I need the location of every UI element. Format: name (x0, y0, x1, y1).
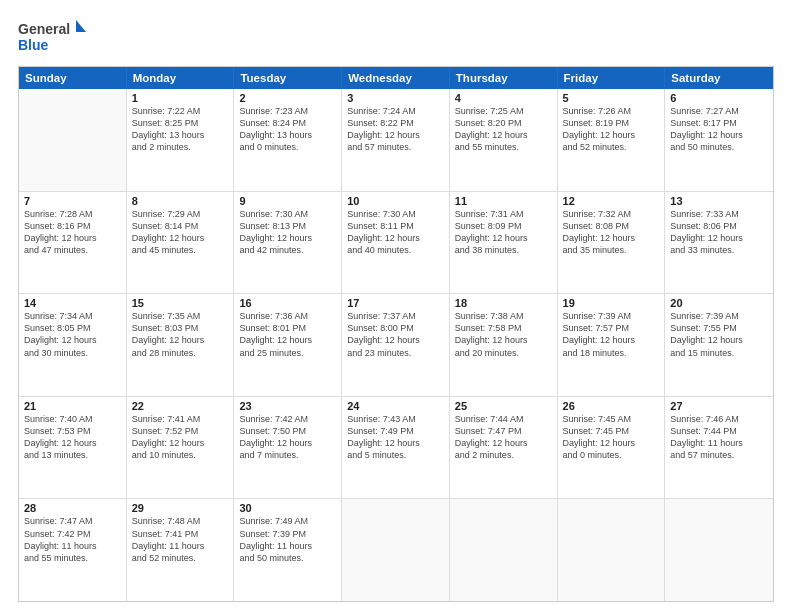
calendar-body: 1Sunrise: 7:22 AMSunset: 8:25 PMDaylight… (19, 89, 773, 601)
day-number: 15 (132, 297, 229, 309)
daylight-hours: Sunrise: 7:33 AMSunset: 8:06 PMDaylight:… (670, 208, 768, 257)
table-row: 1Sunrise: 7:22 AMSunset: 8:25 PMDaylight… (127, 89, 235, 191)
daylight-hours: Sunrise: 7:25 AMSunset: 8:20 PMDaylight:… (455, 105, 552, 154)
table-row: 12Sunrise: 7:32 AMSunset: 8:08 PMDayligh… (558, 192, 666, 294)
daylight-hours: Sunrise: 7:30 AMSunset: 8:13 PMDaylight:… (239, 208, 336, 257)
day-number: 5 (563, 92, 660, 104)
day-number: 3 (347, 92, 444, 104)
table-row: 17Sunrise: 7:37 AMSunset: 8:00 PMDayligh… (342, 294, 450, 396)
day-number: 27 (670, 400, 768, 412)
day-number: 9 (239, 195, 336, 207)
daylight-hours: Sunrise: 7:28 AMSunset: 8:16 PMDaylight:… (24, 208, 121, 257)
table-row: 6Sunrise: 7:27 AMSunset: 8:17 PMDaylight… (665, 89, 773, 191)
table-row: 11Sunrise: 7:31 AMSunset: 8:09 PMDayligh… (450, 192, 558, 294)
daylight-hours: Sunrise: 7:48 AMSunset: 7:41 PMDaylight:… (132, 515, 229, 564)
table-row (342, 499, 450, 601)
table-row: 18Sunrise: 7:38 AMSunset: 7:58 PMDayligh… (450, 294, 558, 396)
day-number: 30 (239, 502, 336, 514)
day-number: 14 (24, 297, 121, 309)
daylight-hours: Sunrise: 7:45 AMSunset: 7:45 PMDaylight:… (563, 413, 660, 462)
day-number: 13 (670, 195, 768, 207)
table-row: 7Sunrise: 7:28 AMSunset: 8:16 PMDaylight… (19, 192, 127, 294)
daylight-hours: Sunrise: 7:32 AMSunset: 8:08 PMDaylight:… (563, 208, 660, 257)
table-row: 8Sunrise: 7:29 AMSunset: 8:14 PMDaylight… (127, 192, 235, 294)
table-row: 29Sunrise: 7:48 AMSunset: 7:41 PMDayligh… (127, 499, 235, 601)
day-number: 19 (563, 297, 660, 309)
daylight-hours: Sunrise: 7:46 AMSunset: 7:44 PMDaylight:… (670, 413, 768, 462)
table-row: 27Sunrise: 7:46 AMSunset: 7:44 PMDayligh… (665, 397, 773, 499)
table-row: 28Sunrise: 7:47 AMSunset: 7:42 PMDayligh… (19, 499, 127, 601)
day-number: 8 (132, 195, 229, 207)
daylight-hours: Sunrise: 7:39 AMSunset: 7:55 PMDaylight:… (670, 310, 768, 359)
daylight-hours: Sunrise: 7:27 AMSunset: 8:17 PMDaylight:… (670, 105, 768, 154)
svg-text:Blue: Blue (18, 37, 49, 53)
page-header: General Blue (18, 18, 774, 58)
header-day-friday: Friday (558, 67, 666, 89)
daylight-hours: Sunrise: 7:34 AMSunset: 8:05 PMDaylight:… (24, 310, 121, 359)
table-row: 30Sunrise: 7:49 AMSunset: 7:39 PMDayligh… (234, 499, 342, 601)
day-number: 18 (455, 297, 552, 309)
day-number: 1 (132, 92, 229, 104)
daylight-hours: Sunrise: 7:22 AMSunset: 8:25 PMDaylight:… (132, 105, 229, 154)
daylight-hours: Sunrise: 7:49 AMSunset: 7:39 PMDaylight:… (239, 515, 336, 564)
table-row (665, 499, 773, 601)
calendar-week-2: 7Sunrise: 7:28 AMSunset: 8:16 PMDaylight… (19, 192, 773, 295)
svg-text:General: General (18, 21, 70, 37)
header-day-monday: Monday (127, 67, 235, 89)
table-row (558, 499, 666, 601)
daylight-hours: Sunrise: 7:38 AMSunset: 7:58 PMDaylight:… (455, 310, 552, 359)
table-row: 23Sunrise: 7:42 AMSunset: 7:50 PMDayligh… (234, 397, 342, 499)
day-number: 26 (563, 400, 660, 412)
daylight-hours: Sunrise: 7:29 AMSunset: 8:14 PMDaylight:… (132, 208, 229, 257)
calendar-week-3: 14Sunrise: 7:34 AMSunset: 8:05 PMDayligh… (19, 294, 773, 397)
table-row: 19Sunrise: 7:39 AMSunset: 7:57 PMDayligh… (558, 294, 666, 396)
daylight-hours: Sunrise: 7:24 AMSunset: 8:22 PMDaylight:… (347, 105, 444, 154)
table-row: 10Sunrise: 7:30 AMSunset: 8:11 PMDayligh… (342, 192, 450, 294)
day-number: 23 (239, 400, 336, 412)
day-number: 7 (24, 195, 121, 207)
table-row: 4Sunrise: 7:25 AMSunset: 8:20 PMDaylight… (450, 89, 558, 191)
day-number: 24 (347, 400, 444, 412)
table-row: 13Sunrise: 7:33 AMSunset: 8:06 PMDayligh… (665, 192, 773, 294)
day-number: 11 (455, 195, 552, 207)
header-day-saturday: Saturday (665, 67, 773, 89)
table-row: 14Sunrise: 7:34 AMSunset: 8:05 PMDayligh… (19, 294, 127, 396)
table-row: 5Sunrise: 7:26 AMSunset: 8:19 PMDaylight… (558, 89, 666, 191)
calendar-header: SundayMondayTuesdayWednesdayThursdayFrid… (19, 67, 773, 89)
header-day-tuesday: Tuesday (234, 67, 342, 89)
day-number: 22 (132, 400, 229, 412)
table-row: 21Sunrise: 7:40 AMSunset: 7:53 PMDayligh… (19, 397, 127, 499)
day-number: 12 (563, 195, 660, 207)
header-day-thursday: Thursday (450, 67, 558, 89)
table-row: 3Sunrise: 7:24 AMSunset: 8:22 PMDaylight… (342, 89, 450, 191)
daylight-hours: Sunrise: 7:42 AMSunset: 7:50 PMDaylight:… (239, 413, 336, 462)
day-number: 28 (24, 502, 121, 514)
daylight-hours: Sunrise: 7:37 AMSunset: 8:00 PMDaylight:… (347, 310, 444, 359)
table-row (450, 499, 558, 601)
day-number: 6 (670, 92, 768, 104)
day-number: 20 (670, 297, 768, 309)
day-number: 16 (239, 297, 336, 309)
table-row (19, 89, 127, 191)
daylight-hours: Sunrise: 7:43 AMSunset: 7:49 PMDaylight:… (347, 413, 444, 462)
header-day-wednesday: Wednesday (342, 67, 450, 89)
day-number: 21 (24, 400, 121, 412)
table-row: 26Sunrise: 7:45 AMSunset: 7:45 PMDayligh… (558, 397, 666, 499)
table-row: 25Sunrise: 7:44 AMSunset: 7:47 PMDayligh… (450, 397, 558, 499)
table-row: 20Sunrise: 7:39 AMSunset: 7:55 PMDayligh… (665, 294, 773, 396)
day-number: 2 (239, 92, 336, 104)
calendar-week-1: 1Sunrise: 7:22 AMSunset: 8:25 PMDaylight… (19, 89, 773, 192)
logo-svg: General Blue (18, 18, 88, 58)
daylight-hours: Sunrise: 7:40 AMSunset: 7:53 PMDaylight:… (24, 413, 121, 462)
day-number: 29 (132, 502, 229, 514)
table-row: 16Sunrise: 7:36 AMSunset: 8:01 PMDayligh… (234, 294, 342, 396)
table-row: 24Sunrise: 7:43 AMSunset: 7:49 PMDayligh… (342, 397, 450, 499)
table-row: 2Sunrise: 7:23 AMSunset: 8:24 PMDaylight… (234, 89, 342, 191)
calendar-week-4: 21Sunrise: 7:40 AMSunset: 7:53 PMDayligh… (19, 397, 773, 500)
header-day-sunday: Sunday (19, 67, 127, 89)
daylight-hours: Sunrise: 7:47 AMSunset: 7:42 PMDaylight:… (24, 515, 121, 564)
logo: General Blue (18, 18, 88, 58)
daylight-hours: Sunrise: 7:26 AMSunset: 8:19 PMDaylight:… (563, 105, 660, 154)
daylight-hours: Sunrise: 7:31 AMSunset: 8:09 PMDaylight:… (455, 208, 552, 257)
day-number: 25 (455, 400, 552, 412)
